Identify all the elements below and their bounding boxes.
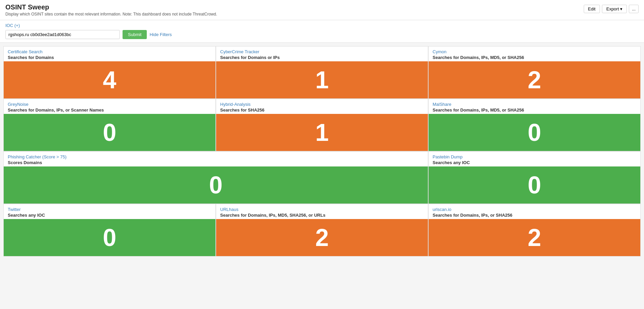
card-phishing-catcher[interactable]: Phishing Catcher (Score > 75)Scores Doma… bbox=[3, 151, 428, 204]
card-subtitle-urlhaus: Searches for Domains, IPs, MD5, SHA256, … bbox=[220, 213, 424, 218]
card-subtitle-cybercrime-tracker: Searches for Domains or IPs bbox=[220, 55, 424, 60]
card-title-phishing-catcher[interactable]: Phishing Catcher (Score > 75) bbox=[8, 154, 424, 159]
card-greynoise[interactable]: GreyNoiseSearches for Domains, IPs, or S… bbox=[3, 99, 216, 151]
card-title-cymon[interactable]: Cymon bbox=[433, 49, 636, 54]
card-value-hybrid-analysis[interactable]: 1 bbox=[216, 114, 428, 151]
card-cybercrime-tracker[interactable]: CyberCrime TrackerSearches for Domains o… bbox=[216, 46, 428, 99]
card-subtitle-cymon: Searches for Domains, IPs, MD5, or SHA25… bbox=[433, 55, 636, 60]
card-malshare[interactable]: MalShareSearches for Domains, IPs, MD5, … bbox=[428, 99, 641, 151]
card-value-urlscan[interactable]: 2 bbox=[429, 219, 640, 256]
card-title-cybercrime-tracker[interactable]: CyberCrime Tracker bbox=[220, 49, 424, 54]
card-pastebin-dump[interactable]: Pastebin DumpSearches any IOC0 bbox=[428, 151, 641, 204]
card-value-urlhaus[interactable]: 2 bbox=[216, 219, 428, 256]
card-title-greynoise[interactable]: GreyNoise bbox=[8, 102, 211, 107]
card-cymon[interactable]: CymonSearches for Domains, IPs, MD5, or … bbox=[428, 46, 641, 99]
ioc-label[interactable]: IOC (+) bbox=[5, 23, 639, 28]
card-subtitle-urlscan: Searches for Domains, IPs, or SHA256 bbox=[433, 213, 636, 218]
card-title-urlhaus[interactable]: URLhaus bbox=[220, 207, 424, 212]
card-value-pastebin-dump[interactable]: 0 bbox=[429, 166, 640, 204]
card-title-malshare[interactable]: MalShare bbox=[433, 102, 636, 107]
app-subtitle: Display which OSINT sites contain the mo… bbox=[5, 12, 584, 17]
card-certificate-search[interactable]: Certificate SearchSearches for Domains4 bbox=[3, 46, 216, 99]
card-subtitle-greynoise: Searches for Domains, IPs, or Scanner Na… bbox=[8, 107, 211, 113]
card-subtitle-malshare: Searches for Domains, IPs, MD5, or SHA25… bbox=[433, 107, 636, 113]
card-urlhaus[interactable]: URLhausSearches for Domains, IPs, MD5, S… bbox=[216, 204, 428, 256]
card-twitter[interactable]: TwitterSearches any IOC0 bbox=[3, 204, 216, 256]
card-title-twitter[interactable]: Twitter bbox=[8, 207, 211, 212]
ioc-input[interactable] bbox=[5, 30, 120, 39]
card-value-cymon[interactable]: 2 bbox=[429, 61, 640, 98]
card-title-hybrid-analysis[interactable]: Hybrid-Analysis bbox=[220, 102, 424, 107]
export-button[interactable]: Export ▾ bbox=[602, 5, 627, 13]
submit-button[interactable]: Submit bbox=[123, 30, 147, 39]
card-subtitle-hybrid-analysis: Searches for SHA256 bbox=[220, 107, 424, 113]
card-value-cybercrime-tracker[interactable]: 1 bbox=[216, 61, 428, 98]
card-subtitle-certificate-search: Searches for Domains bbox=[8, 55, 211, 60]
card-title-certificate-search[interactable]: Certificate Search bbox=[8, 49, 211, 54]
card-value-phishing-catcher[interactable]: 0 bbox=[4, 166, 428, 204]
edit-button[interactable]: Edit bbox=[584, 5, 600, 13]
card-value-greynoise[interactable]: 0 bbox=[4, 114, 215, 151]
app-title: OSINT Sweep bbox=[5, 3, 584, 11]
card-title-pastebin-dump[interactable]: Pastebin Dump bbox=[433, 154, 636, 159]
card-value-malshare[interactable]: 0 bbox=[429, 114, 640, 151]
card-subtitle-phishing-catcher: Scores Domains bbox=[8, 160, 424, 165]
more-button[interactable]: ... bbox=[629, 5, 639, 13]
hide-filters-button[interactable]: Hide Filters bbox=[149, 32, 172, 37]
dashboard: Certificate SearchSearches for Domains4C… bbox=[0, 43, 644, 260]
card-title-urlscan[interactable]: urlscan.io bbox=[433, 207, 636, 212]
card-urlscan[interactable]: urlscan.ioSearches for Domains, IPs, or … bbox=[428, 204, 641, 256]
card-value-certificate-search[interactable]: 4 bbox=[4, 61, 215, 98]
card-subtitle-twitter: Searches any IOC bbox=[8, 213, 211, 218]
card-hybrid-analysis[interactable]: Hybrid-AnalysisSearches for SHA2561 bbox=[216, 99, 428, 151]
card-value-twitter[interactable]: 0 bbox=[4, 219, 215, 256]
card-subtitle-pastebin-dump: Searches any IOC bbox=[433, 160, 636, 165]
